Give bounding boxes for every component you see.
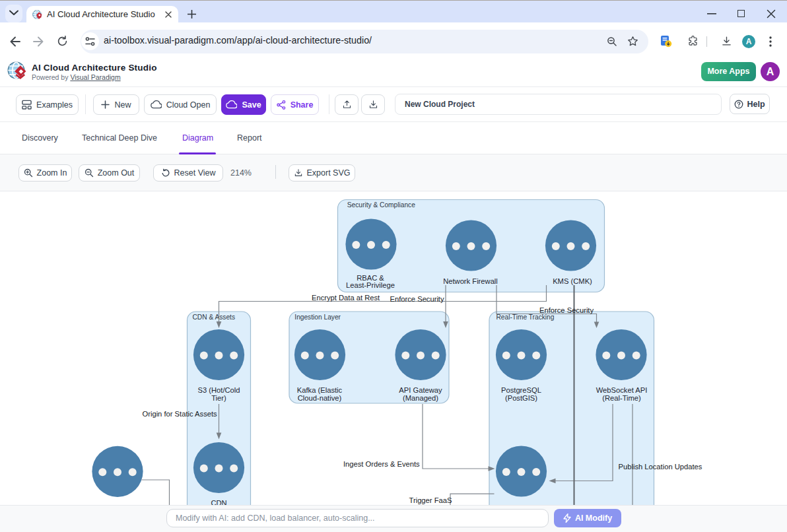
- svg-text:Origin for Static Assets: Origin for Static Assets: [143, 410, 218, 418]
- svg-text:KMS (CMK): KMS (CMK): [553, 277, 592, 285]
- svg-text:Enforce Security: Enforce Security: [539, 306, 594, 314]
- svg-text:Network Firewall: Network Firewall: [443, 277, 498, 285]
- svg-text:WebSocket API: WebSocket API: [596, 386, 648, 394]
- svg-text:Ingest Orders & Events: Ingest Orders & Events: [343, 460, 420, 468]
- svg-text:(PostGIS): (PostGIS): [505, 394, 537, 402]
- svg-text:Trigger FaaS: Trigger FaaS: [409, 496, 452, 504]
- svg-text:CDN & Assets: CDN & Assets: [193, 314, 236, 321]
- svg-text:Least-Privilege: Least-Privilege: [346, 281, 395, 289]
- svg-text:CDN: CDN: [211, 499, 226, 506]
- svg-text:Kafka (Elastic: Kafka (Elastic: [297, 386, 343, 394]
- svg-text:Enforce Security: Enforce Security: [390, 295, 444, 303]
- svg-text:PostgreSQL: PostgreSQL: [501, 386, 541, 394]
- svg-text:Publish Location Updates: Publish Location Updates: [619, 463, 702, 471]
- svg-text:Tier): Tier): [211, 394, 226, 402]
- svg-text:Encrypt Data at Rest: Encrypt Data at Rest: [312, 294, 380, 302]
- svg-text:RBAC &: RBAC &: [357, 274, 384, 282]
- svg-text:(Managed): (Managed): [403, 394, 438, 402]
- svg-text:(Real-Time): (Real-Time): [602, 394, 641, 402]
- svg-text:API Gateway: API Gateway: [399, 386, 442, 394]
- svg-text:Cloud-native): Cloud-native): [298, 394, 342, 402]
- svg-text:Ingestion Layer: Ingestion Layer: [294, 314, 341, 321]
- svg-text:S3 (Hot/Cold: S3 (Hot/Cold: [197, 386, 240, 394]
- svg-text:Real-Time Tracking: Real-Time Tracking: [496, 314, 555, 321]
- svg-text:Security & Compliance: Security & Compliance: [347, 201, 415, 209]
